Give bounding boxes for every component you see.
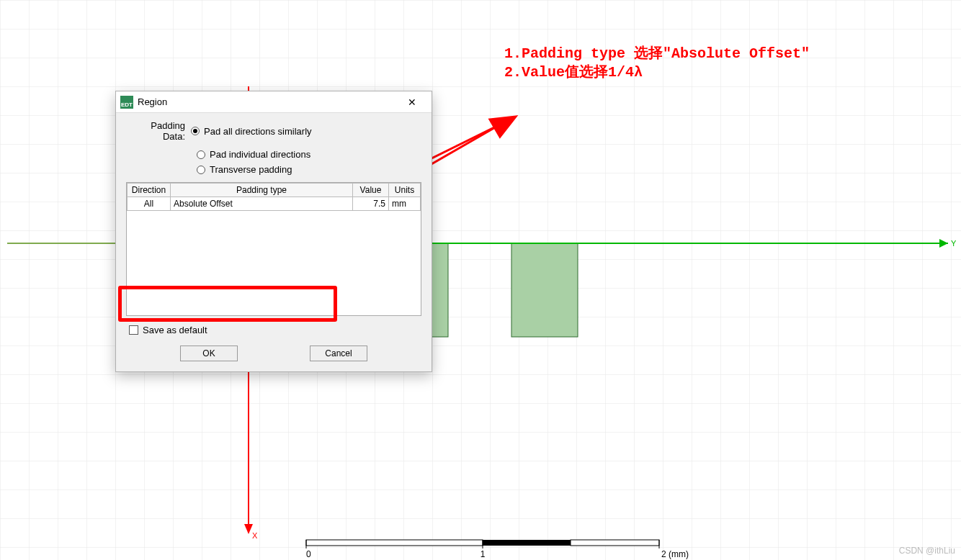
radio-all-directions[interactable] xyxy=(191,127,200,135)
region-dialog: EDT Region ✕ Padding Data: Pad all direc… xyxy=(115,91,432,372)
save-default-label: Save as default xyxy=(143,325,207,335)
radio-individual-label: Pad individual directions xyxy=(210,149,310,160)
table-header-row: Direction Padding type Value Units xyxy=(128,184,421,197)
x-axis-label: X xyxy=(252,531,258,540)
padding-table[interactable]: Direction Padding type Value Units All A… xyxy=(126,182,421,316)
svg-rect-3 xyxy=(483,540,571,546)
radio-transverse[interactable] xyxy=(197,166,205,174)
dialog-title: Region xyxy=(138,96,397,107)
shape-rect-2 xyxy=(511,243,578,337)
svg-rect-4 xyxy=(571,540,659,546)
radio-all-directions-label: Pad all directions similarly xyxy=(204,126,312,137)
scale-1: 1 xyxy=(481,549,486,559)
radio-individual[interactable] xyxy=(197,150,205,159)
svg-rect-2 xyxy=(306,540,483,546)
y-axis-label: Y xyxy=(951,239,957,248)
cancel-button[interactable]: Cancel xyxy=(310,346,367,361)
col-value: Value xyxy=(353,184,389,197)
cell-units[interactable]: mm xyxy=(389,197,421,211)
padding-data-label: Padding Data: xyxy=(126,120,191,142)
cell-value[interactable]: 7.5 xyxy=(353,197,389,211)
cell-padding-type[interactable]: Absolute Offset xyxy=(171,197,353,211)
save-default-checkbox[interactable] xyxy=(129,325,138,335)
cell-direction[interactable]: All xyxy=(128,197,171,211)
radio-transverse-label: Transverse padding xyxy=(210,164,292,175)
titlebar[interactable]: EDT Region ✕ xyxy=(116,91,432,113)
app-icon: EDT xyxy=(120,96,133,109)
close-icon[interactable]: ✕ xyxy=(397,93,427,112)
col-units: Units xyxy=(389,184,421,197)
annotation-line-1: 1.Padding type 选择"Absolute Offset" xyxy=(504,43,810,63)
annotation-line-2: 2.Value值选择1/4λ xyxy=(504,62,643,81)
watermark: CSDN @ithLiu xyxy=(899,546,955,556)
scale-0: 0 xyxy=(306,549,311,559)
col-direction: Direction xyxy=(128,184,171,197)
table-row: All Absolute Offset 7.5 mm xyxy=(128,197,421,211)
scale-2: 2 (mm) xyxy=(661,549,689,559)
ok-button[interactable]: OK xyxy=(180,346,238,361)
col-padding-type: Padding type xyxy=(171,184,353,197)
